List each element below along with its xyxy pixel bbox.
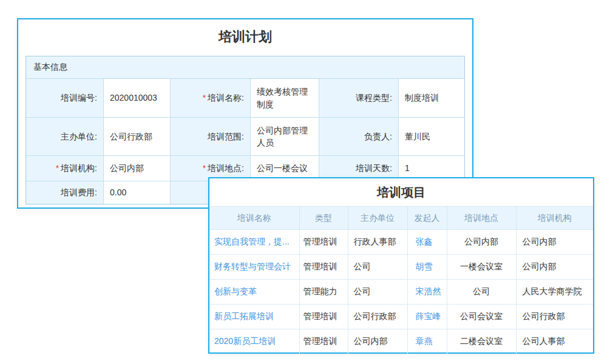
col-header-type: 类型 <box>299 207 348 230</box>
training-name-link[interactable]: 创新与变革 <box>214 286 257 296</box>
cell-initiator: 张鑫 <box>407 230 447 255</box>
cell-type: 管理培训 <box>299 329 348 354</box>
training-plan-title: 培训计划 <box>18 19 472 56</box>
field-value-training-name: 绩效考核管理制度 <box>251 79 319 117</box>
initiator-link[interactable]: 宋浩然 <box>416 286 441 296</box>
cell-type: 管理培训 <box>299 305 348 329</box>
cell-place: 二楼会议室 <box>447 329 516 354</box>
initiator-link[interactable]: 章燕 <box>416 336 433 346</box>
training-name-link[interactable]: 实现自我管理，提... <box>214 237 290 246</box>
cell-organizer: 行政人事部 <box>348 230 407 255</box>
initiator-link[interactable]: 张鑫 <box>416 237 433 246</box>
cell-organizer: 公司 <box>348 255 407 280</box>
field-value-training-scope: 公司内部管理人员 <box>251 118 319 155</box>
required-mark: * <box>56 162 59 174</box>
field-value-organizer: 公司行政部 <box>104 118 171 155</box>
training-name-link[interactable]: 新员工拓展培训 <box>214 311 274 321</box>
cell-type: 管理培训 <box>299 255 348 280</box>
table-row: 2020新员工培训 管理培训 公司内部 章燕 二楼会议室 公司人事部 <box>209 329 593 354</box>
cell-organizer: 公司内部 <box>348 329 407 354</box>
initiator-link[interactable]: 薛宝峰 <box>416 311 441 321</box>
cell-organizer: 公司行政部 <box>348 305 407 329</box>
cell-place: 公司会议室 <box>447 305 516 329</box>
cell-initiator: 胡雪 <box>407 255 447 280</box>
table-row: 新员工拓展培训 管理培训 公司行政部 薛宝峰 公司会议室 公司行政部 <box>209 305 593 329</box>
basic-info-section-header: 基本信息 <box>26 56 464 79</box>
cell-institution: 人民大学商学院 <box>516 280 593 305</box>
col-header-initiator: 发起人 <box>407 207 447 230</box>
training-projects-title: 培训项目 <box>209 178 593 206</box>
cell-training-name: 财务转型与管理会计 <box>209 255 299 280</box>
training-name-link[interactable]: 2020新员工培训 <box>214 336 276 346</box>
training-name-link[interactable]: 财务转型与管理会计 <box>214 261 291 271</box>
cell-type: 管理能力 <box>299 280 348 305</box>
col-header-institution: 培训机构 <box>516 207 593 230</box>
cell-type: 管理培训 <box>299 230 348 255</box>
field-label-organizer: 主办单位: <box>26 118 104 155</box>
field-value-training-cost: 0.00 <box>104 181 171 204</box>
training-projects-panel: 培训项目 培训名称 类型 主办单位 发起人 培训地点 培训机构 实现自我管理，提… <box>208 177 594 354</box>
cell-institution: 公司内部 <box>516 230 593 255</box>
required-mark: * <box>203 92 206 104</box>
table-row: 财务转型与管理会计 管理培训 公司 胡雪 一楼会议室 公司内部 <box>209 255 593 280</box>
cell-initiator: 宋浩然 <box>407 280 447 305</box>
cell-institution: 公司行政部 <box>516 305 593 329</box>
table-row: 实现自我管理，提... 管理培训 行政人事部 张鑫 公司内部 公司内部 <box>209 230 593 255</box>
cell-training-name: 创新与变革 <box>209 280 299 305</box>
initiator-link[interactable]: 胡雪 <box>416 261 433 271</box>
field-label-course-type: 课程类型: <box>319 79 399 117</box>
cell-place: 公司 <box>447 280 516 305</box>
cell-institution: 公司人事部 <box>516 329 593 354</box>
required-mark: * <box>203 162 206 174</box>
form-row: 培训编号: 2020010003 *培训名称: 绩效考核管理制度 课程类型: 制… <box>26 79 464 118</box>
field-label-training-name: *培训名称: <box>171 79 251 117</box>
form-row: 主办单位: 公司行政部 培训范围: 公司内部管理人员 负责人: 董川民 <box>26 118 464 156</box>
cell-training-name: 2020新员工培训 <box>209 329 299 354</box>
table-row: 创新与变革 管理能力 公司 宋浩然 公司 人民大学商学院 <box>209 280 593 305</box>
cell-place: 一楼会议室 <box>447 255 516 280</box>
cell-initiator: 章燕 <box>407 329 447 354</box>
field-value-person-in-charge: 董川民 <box>399 118 464 155</box>
col-header-organizer: 主办单位 <box>348 207 407 230</box>
col-header-place: 培训地点 <box>447 207 516 230</box>
training-projects-table: 培训名称 类型 主办单位 发起人 培训地点 培训机构 实现自我管理，提... 管… <box>209 206 593 354</box>
cell-training-name: 实现自我管理，提... <box>209 230 299 255</box>
field-label-training-no: 培训编号: <box>26 79 104 117</box>
field-value-training-no: 2020010003 <box>104 79 171 117</box>
cell-training-name: 新员工拓展培训 <box>209 305 299 329</box>
cell-organizer: 公司 <box>348 280 407 305</box>
field-label-training-scope: 培训范围: <box>171 118 251 155</box>
cell-institution: 公司内部 <box>516 255 593 280</box>
cell-initiator: 薛宝峰 <box>407 305 447 329</box>
cell-place: 公司内部 <box>447 230 516 255</box>
field-value-course-type: 制度培训 <box>399 79 464 117</box>
field-label-training-cost: 培训费用: <box>26 181 104 204</box>
field-value-training-org: 公司内部 <box>104 156 171 181</box>
field-label-training-org: *培训机构: <box>26 156 104 181</box>
table-header-row: 培训名称 类型 主办单位 发起人 培训地点 培训机构 <box>209 207 593 230</box>
field-label-person-in-charge: 负责人: <box>319 118 399 155</box>
col-header-training-name: 培训名称 <box>209 207 299 230</box>
